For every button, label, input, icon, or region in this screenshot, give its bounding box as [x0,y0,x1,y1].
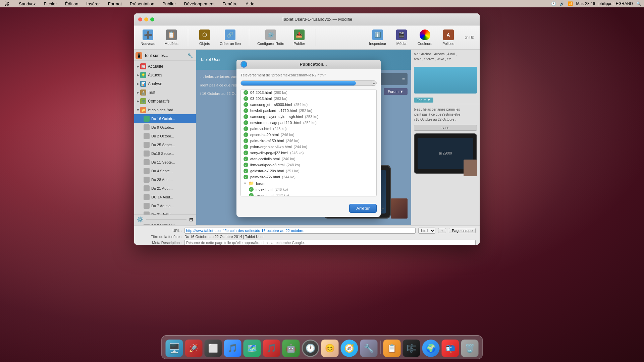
dock-clock[interactable]: 🕐 [302,340,319,357]
minimize-button[interactable] [144,17,148,21]
menubar-fichier[interactable]: Fichier [43,1,58,6]
user-name: philippe LEGRAND [598,1,633,6]
file-size: (263 ko) [274,97,287,101]
toolbar-inspecteur-label: Inspecteur [369,42,386,46]
file-name: palm-zire-72-.html [250,175,280,179]
time-machine-icon[interactable]: 🕐 [551,1,556,6]
menubar-fenetre[interactable]: Fenêtre [221,1,239,6]
toolbar-objets-label: Objets [199,42,210,46]
sidebar-tools-icon[interactable]: 🔧 [187,53,193,58]
sidebar-item-le-coin[interactable]: ▶ 📁 le coin des "rad... [134,106,196,114]
toolbar-sep-1 [188,29,188,46]
apple-menu[interactable]: ⌘ [3,1,11,7]
progress-bar-fill [241,81,356,85]
toolbar-couleurs[interactable]: Couleurs [417,29,433,46]
dock-music[interactable]: 🎼 [403,340,420,357]
page-type-button[interactable]: Page unique [449,228,476,233]
sidebar-item-du2[interactable]: Du 2 Octobr... [134,132,196,140]
nav-list-icon[interactable]: ≡ [402,76,405,82]
dock-utilities[interactable]: 🔧 [360,340,378,357]
wifi-icon[interactable]: 📶 [568,1,573,6]
dock-face[interactable]: 😊 [321,340,339,357]
sidebar-icon-comparatifs: ⚖️ [140,98,146,104]
url-input[interactable]: http://www.tablet-user.fr/le-coin-des-ra… [184,228,416,234]
sidebar-item-du21[interactable]: Du 21 Aout... [134,184,196,193]
menubar-inserer[interactable]: Insérer [85,1,101,6]
file-list[interactable]: ✓ 04-2013.html (290 ko) ✓ 03-2013.html (… [240,89,377,196]
toolbar-objets[interactable]: ⬡ Objets [196,29,213,46]
sidebar-add-icon[interactable]: ⚙️ [137,216,144,223]
toolbar-publier[interactable]: 📤 Publier [291,29,308,46]
toolbar-modeles[interactable]: 📋 Modèles [163,29,180,46]
url-extension-select[interactable]: html [418,228,435,234]
itunes-icon: 🎵 [263,340,280,357]
configurer-hote-icon: ⚙️ [265,29,276,40]
sidebar-item-du28[interactable]: Du 28 Aout... [134,175,196,184]
dock-safari[interactable]: 🧭 [341,340,358,357]
file-size: (290 ko) [274,90,287,95]
sidebar-item-du14[interactable]: DU 14 Aout... [134,193,196,201]
title-label: Titre de la fenêtre : [138,235,182,239]
sidebar-item-du11[interactable]: Du 11 Septe... [134,158,196,167]
menubar-developpement[interactable]: Développement [182,1,216,6]
dock-maps[interactable]: 🗺️ [244,340,261,357]
add-url-button[interactable]: + [438,228,446,233]
window-titlebar: Tablet User3-1-4.sandvox — Modifié [134,13,480,25]
dock-globe[interactable]: 🌍 [422,340,440,357]
menubar-presentation[interactable]: Présentation [128,1,156,6]
sidebar-item-du18[interactable]: Du18 Septe... [134,149,196,158]
file-name: epson-hx-20.html [250,133,279,137]
dock-itunes[interactable]: 🎵 [263,340,280,357]
main-content: 📱 Tout sur les... 🔧 ▶ 📰 Actualité ▶ 💡 As… [134,50,480,225]
dock-app-store[interactable]: 🎵 [224,340,241,357]
toolbar-nouveau[interactable]: ➕ Nouveau [140,29,156,46]
close-button[interactable] [138,17,142,21]
sidebar-item-du25[interactable]: Du 25 Septe... [134,140,196,149]
toolbar-inspecteur[interactable]: ℹ️ Inspecteur [369,29,386,46]
trash-icon: 🗑️ [461,340,479,357]
sidebar-resize-handle[interactable]: ⊟ [189,217,193,222]
dialog-titlebar: 🌐 Publication... [236,60,381,69]
file-size: (251 ko) [286,169,299,173]
volume-icon[interactable]: 🔊 [559,1,565,6]
menubar-edition[interactable]: Édition [64,1,80,6]
meta-description-input[interactable] [184,240,476,245]
sidebar-label-du2: Du 2 Octobr... [151,134,174,138]
dock-mail[interactable]: 📬 [442,340,459,357]
dock-keynote[interactable]: 📋 [383,340,401,357]
sidebar-top: 📱 Tout sur les... 🔧 [134,51,196,61]
sidebar-item-comparatifs[interactable]: ▶ ⚖️ Comparatifs [134,97,196,106]
toolbar-configurer-hote[interactable]: ⚙️ Configurer l'hôte [257,29,284,46]
inspector-btn-sans[interactable]: sans [414,125,477,131]
file-size: (248 ko) [286,163,300,167]
search-icon[interactable]: 🔍 [636,1,641,6]
maximize-button[interactable] [150,17,154,21]
toolbar-polices[interactable]: A Polices [440,29,457,46]
sidebar-icon-le-coin: 📁 [140,107,146,113]
inspector-tab-active[interactable]: Forum ▼ [414,98,433,103]
sidebar-item-astuces[interactable]: ▶ 💡 Astuces [134,71,196,79]
sidebar-item-du9[interactable]: Du 9 Octobr... [134,123,196,132]
progress-scroll-up[interactable]: ▲ [372,81,376,85]
sidebar-item-du16[interactable]: Du 16 Octob... [134,114,196,123]
dock-android[interactable]: 🤖 [282,340,300,357]
menubar-publier[interactable]: Publier [161,1,177,6]
dock-finder[interactable]: 🖥️ [166,340,183,357]
dock-launchpad[interactable]: 🚀 [185,340,203,357]
toolbar-creer-lien[interactable]: 🔗 Créer un lien [220,29,241,46]
file-size: (246 ko) [286,139,299,143]
sidebar-item-du7[interactable]: Du 7 Aout a... [134,201,196,210]
sidebar-item-du4[interactable]: Du 4 Septe... [134,167,196,175]
sidebar-item-analyse[interactable]: ▶ 📊 Analyse [134,79,196,88]
sidebar-item-test[interactable]: ▶ 🔬 Test [134,88,196,97]
stop-button[interactable]: Arrêter [349,204,377,213]
sidebar-label-du21: Du 21 Aout... [151,186,173,190]
menubar-aide[interactable]: Aide [244,1,256,6]
modeles-icon: 📋 [166,29,177,40]
menubar-format[interactable]: Format [107,1,123,6]
dock-trash[interactable]: 🗑️ [461,340,479,357]
menubar-sandvox[interactable]: Sandvox [17,1,37,6]
toolbar-media[interactable]: 🎬 Média [393,29,410,46]
dock-mission-control[interactable]: ⬜ [205,340,222,357]
sidebar-item-actualite[interactable]: ▶ 📰 Actualité [134,62,196,71]
